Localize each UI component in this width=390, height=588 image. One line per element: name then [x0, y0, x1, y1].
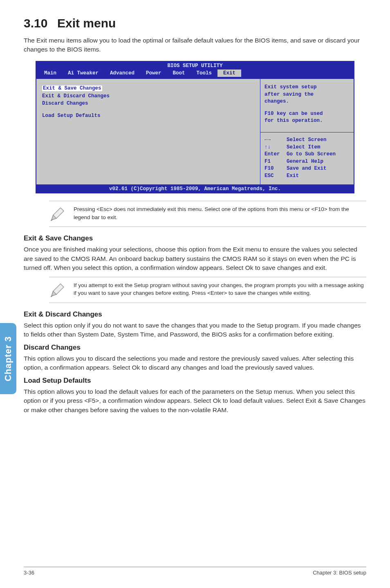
bios-menubar: Main Ai Tweaker Advanced Power Boot Tool… [36, 69, 354, 79]
para-save: Once you are finished making your select… [24, 245, 366, 272]
help-line: changes. [264, 98, 350, 105]
section-heading: 3.10Exit menu [24, 16, 366, 30]
bios-tab-aitweaker[interactable]: Ai Tweaker [62, 70, 104, 77]
footer-chapter: Chapter 3: BIOS setup [313, 570, 366, 576]
note-block: Pressing <Esc> does not immediately exit… [49, 201, 366, 227]
pencil-icon [49, 282, 65, 298]
legend-val: Select Item [287, 144, 321, 151]
bios-tab-tools[interactable]: Tools [191, 70, 218, 77]
page-number: 3-36 [24, 570, 34, 576]
bios-help-text: Exit system setup after saving the chang… [260, 79, 354, 132]
chapter-side-label: Chapter 3 [3, 336, 13, 381]
pencil-icon [49, 206, 65, 222]
legend-key: F1 [264, 158, 287, 166]
legend-val: General Help [287, 158, 323, 166]
bios-left-pane: Exit & Save Changes Exit & Discard Chang… [36, 79, 260, 185]
bios-title: BIOS SETUP UTILITY [36, 61, 354, 69]
subhead-discard-exit: Exit & Discard Changes [24, 310, 366, 319]
note-text: If you attempt to exit the Setup program… [74, 281, 366, 297]
bios-tab-boot[interactable]: Boot [167, 70, 191, 77]
help-line: for this operation. [264, 117, 350, 125]
bios-tab-power[interactable]: Power [140, 70, 167, 77]
legend-val: Exit [287, 173, 299, 180]
legend-key: ↑↓ [264, 144, 287, 151]
bios-legend: ←→Select Screen ↑↓Select Item EnterGo to… [260, 132, 354, 184]
subhead-defaults: Load Setup Defaults [24, 377, 366, 385]
legend-key: Enter [264, 151, 287, 158]
bios-item-save[interactable]: Exit & Save Changes [42, 85, 254, 92]
legend-key: F10 [264, 165, 287, 173]
legend-val: Save and Exit [287, 165, 327, 173]
note-text: Pressing <Esc> does not immediately exit… [74, 205, 366, 221]
legend-key: ←→ [264, 137, 287, 144]
bios-tab-exit[interactable]: Exit [217, 70, 241, 77]
bios-right-pane: Exit system setup after saving the chang… [260, 79, 354, 185]
section-number: 3.10 [24, 16, 57, 30]
legend-val: Go to Sub Screen [287, 151, 336, 158]
legend-val: Select Screen [287, 137, 327, 144]
para-defaults: This option allows you to load the defau… [24, 387, 366, 415]
para-discard: This option allows you to discard the se… [24, 354, 366, 373]
bios-screenshot: BIOS SETUP UTILITY Main Ai Tweaker Advan… [36, 61, 354, 193]
spacer [42, 107, 254, 112]
help-line: after saving the [264, 91, 350, 99]
bios-item-defaults[interactable]: Load Setup Defaults [42, 112, 254, 119]
bios-footer: v02.61 (C)Copyright 1985-2009, American … [36, 185, 354, 193]
bios-item-discard[interactable]: Discard Changes [42, 100, 254, 107]
section-title: Exit menu [57, 16, 116, 30]
subhead-discard: Discard Changes [24, 343, 366, 352]
bios-tab-advanced[interactable]: Advanced [104, 70, 140, 77]
subhead-save: Exit & Save Changes [24, 234, 366, 242]
bios-tab-main[interactable]: Main [38, 70, 62, 77]
spacer [264, 105, 350, 110]
note-block: If you attempt to exit the Setup program… [49, 277, 366, 303]
chapter-side-tab: Chapter 3 [0, 323, 16, 394]
legend-key: ESC [264, 173, 287, 180]
para-discard-exit: Select this option only if you do not wa… [24, 321, 366, 339]
bios-item-discard-exit[interactable]: Exit & Discard Changes [42, 92, 254, 100]
help-line: Exit system setup [264, 84, 350, 91]
intro-paragraph: The Exit menu items allow you to load th… [24, 36, 366, 54]
page-footer: 3-36 Chapter 3: BIOS setup [24, 567, 366, 576]
bios-body: Exit & Save Changes Exit & Discard Chang… [36, 79, 354, 185]
help-line: F10 key can be used [264, 110, 350, 118]
